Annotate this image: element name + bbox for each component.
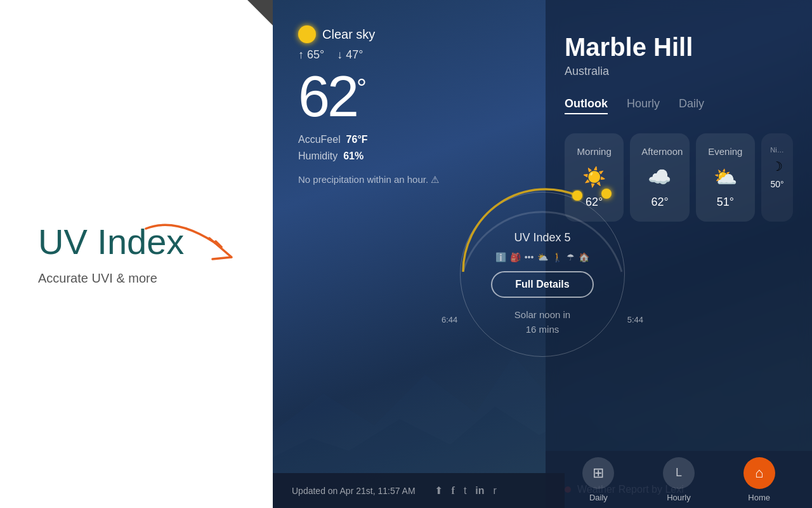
reddit-icon[interactable]: r [494,485,497,497]
temp-high: 65° [307,48,324,61]
updated-text: Updated on Apr 21st, 11:57 AM [292,486,416,496]
arrow-down: ↓ [337,48,343,61]
accufeel-line: AccuFeel 76°F [298,131,787,148]
bottom-nav: ⊞ Daily L Hourly ⌂ Home [546,451,812,508]
uv-circle: 6:44 5:44 UV Index 5 ℹ️ 🎒 ••• ⛅ 🚶 ☂ 🏠 [460,192,625,357]
linkedin-icon[interactable]: in [475,485,484,497]
uv-section: 6:44 5:44 UV Index 5 ℹ️ 🎒 ••• ⛅ 🚶 ☂ 🏠 [298,192,787,357]
social-icons: ⬆ f t in r [435,485,497,497]
sun-icon [298,25,316,43]
daily-nav-label: Daily [589,493,608,502]
solar-noon: Solar noon in 16 mins [514,308,570,337]
svg-point-0 [572,190,582,201]
left-panel: UV Index Accurate UVI & more [0,0,273,508]
twitter-icon[interactable]: t [464,485,466,497]
hourly-nav-label: Hourly [667,493,691,502]
weather-left: Clear sky ↑ 65° ↓ 47° 62° AccuFeel 76°F [298,25,787,357]
weather-top: Clear sky ↑ 65° ↓ 47° 62° AccuFeel 76°F [298,25,787,357]
home-nav-icon: ⌂ [743,457,775,489]
sunrise-label: 6:44 [442,315,457,324]
arrow-up: ↑ [298,48,304,61]
home-nav-label: Home [748,493,770,502]
weather-content: Clear sky ↑ 65° ↓ 47° 62° AccuFeel 76°F [273,0,812,357]
temp-range: ↑ 65° ↓ 47° [298,48,787,62]
temp-low: 47° [346,48,363,61]
weather-panel: Clear sky ↑ 65° ↓ 47° 62° AccuFeel 76°F [273,0,812,508]
uv-arc-svg [450,170,634,278]
nav-item-daily[interactable]: ⊞ Daily [573,457,624,502]
current-temp: 62° [298,68,787,125]
daily-nav-icon: ⊞ [582,457,614,489]
sunset-label: 5:44 [627,315,643,324]
facebook-icon[interactable]: f [452,485,455,497]
uv-index-subtitle: Accurate UVI & more [38,271,273,286]
status-bar: Updated on Apr 21st, 11:57 AM ⬆ f t in r [273,473,565,508]
sky-text: Clear sky [322,27,375,42]
nav-item-hourly[interactable]: L Hourly [653,457,704,502]
sky-condition: Clear sky [298,25,787,43]
share-icon[interactable]: ⬆ [435,485,443,497]
accufeel-humidity: AccuFeel 76°F Humidity 61% [298,131,787,164]
hourly-nav-icon: L [663,457,695,489]
nav-item-home[interactable]: ⌂ Home [734,457,785,502]
humidity-line: Humidity 61% [298,148,787,164]
uv-index-title: UV Index [38,222,273,262]
